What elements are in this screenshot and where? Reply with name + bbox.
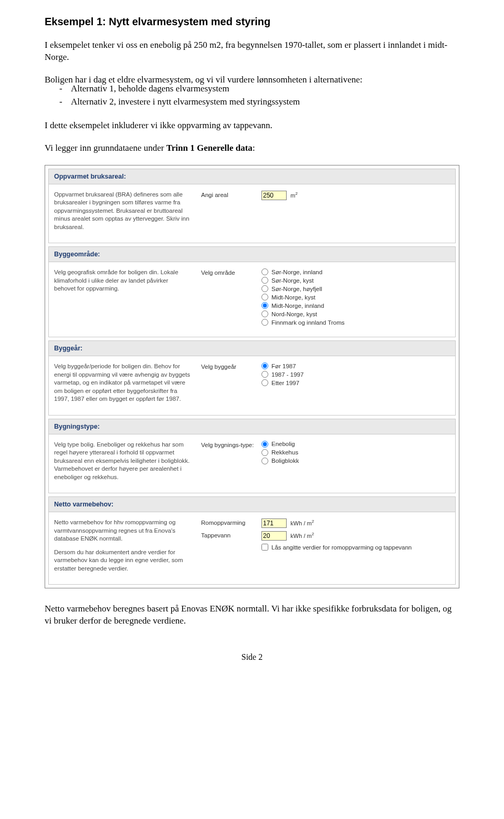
label-velg-bygningstype: Velg bygnings-type: xyxy=(201,441,261,448)
grunndata-paragraph: Vi legger inn grunndataene under Trinn 1… xyxy=(45,142,459,154)
label-tappevann: Tappevann xyxy=(201,531,261,538)
radio-label-text: Sør-Norge, kyst xyxy=(271,277,314,284)
section-head-bruksareal: Oppvarmet bruksareal: xyxy=(49,169,455,184)
radio-omrade[interactable] xyxy=(261,277,268,284)
radio-option[interactable]: Enebolig xyxy=(261,441,450,448)
note-paragraph: I dette eksempelet inkluderer vi ikke op… xyxy=(45,120,459,132)
page-title: Eksempel 1: Nytt elvarmesystem med styri… xyxy=(45,16,459,28)
desc-byggeomrade: Velg geografisk område for boligen din. … xyxy=(54,268,191,293)
input-areal[interactable] xyxy=(261,191,287,200)
radio-byggeaar[interactable] xyxy=(261,371,268,378)
section-head-bygningstype: Bygningstype: xyxy=(49,419,455,434)
label-angi-areal: Angi areal xyxy=(201,191,261,198)
radio-label-text: Midt-Norge, kyst xyxy=(271,294,316,300)
section-bruksareal: Oppvarmet bruksareal: Oppvarmet bruksare… xyxy=(48,169,456,244)
radio-option[interactable]: 1987 - 1997 xyxy=(261,371,450,378)
radio-option[interactable]: Midt-Norge, innland xyxy=(261,302,450,309)
desc-varmebehov-1: Netto varmebehov for hhv romoppvarming o… xyxy=(54,519,191,543)
radio-option[interactable]: Midt-Norge, kyst xyxy=(261,294,450,300)
unit-kwh-m2-2: kWh / m2 xyxy=(290,533,314,539)
section-bygningstype: Bygningstype: Velg type bolig. Enebolige… xyxy=(48,419,456,494)
unit-m2: m2 xyxy=(290,192,298,199)
radio-group-omrade: Sør-Norge, innlandSør-Norge, kystSør-Nor… xyxy=(261,268,450,327)
label-velg-byggeaar: Velg byggeår xyxy=(201,362,261,370)
radio-label-text: Midt-Norge, innland xyxy=(271,303,324,309)
radio-option[interactable]: Boligblokk xyxy=(261,458,450,464)
alternative-1: Alternativ 1, beholde dagens elvarmesyst… xyxy=(71,83,229,95)
radio-bygningstype[interactable] xyxy=(261,441,268,448)
radio-byggeaar[interactable] xyxy=(261,379,268,386)
radio-label-text: Før 1987 xyxy=(271,363,296,369)
section-head-byggeomrade: Byggeområde: xyxy=(49,247,455,262)
alternative-2: Alternativ 2, investere i nytt elvarmesy… xyxy=(71,96,300,108)
radio-option[interactable]: Sør-Norge, innland xyxy=(261,268,450,275)
radio-omrade[interactable] xyxy=(261,302,268,309)
radio-option[interactable]: Finnmark og innland Troms xyxy=(261,319,450,326)
desc-bruksareal: Oppvarmet bruksareal (BRA) defineres som… xyxy=(54,191,191,232)
radio-omrade[interactable] xyxy=(261,319,268,326)
radio-option[interactable]: Nord-Norge, kyst xyxy=(261,310,450,317)
radio-label-text: Finnmark og innland Troms xyxy=(271,319,344,326)
radio-option[interactable]: Før 1987 xyxy=(261,362,450,369)
radio-label-text: 1987 - 1997 xyxy=(271,371,303,378)
section-byggeaar: Byggeår: Velg byggeår/periode for bolige… xyxy=(48,340,456,416)
desc-varmebehov-2: Dersom du har dokumentert andre verdier … xyxy=(54,548,191,573)
radio-option[interactable]: Etter 1997 xyxy=(261,379,450,386)
radio-omrade[interactable] xyxy=(261,310,268,317)
input-romoppvarming[interactable] xyxy=(261,519,287,528)
desc-byggeaar: Velg byggeår/periode for boligen din. Be… xyxy=(54,362,191,403)
section-varmebehov: Netto varmebehov: Netto varmebehov for h… xyxy=(48,496,456,585)
radio-omrade[interactable] xyxy=(261,294,268,300)
radio-option[interactable]: Sør-Norge, høyfjell xyxy=(261,285,450,292)
lock-values-label[interactable]: Lås angitte verdier for romoppvarming og… xyxy=(261,544,450,551)
radio-label-text: Nord-Norge, kyst xyxy=(271,311,317,317)
input-tappevann[interactable] xyxy=(261,531,287,541)
radio-label-text: Rekkehus xyxy=(271,449,298,455)
radio-bygningstype[interactable] xyxy=(261,458,268,464)
intro-paragraph: I eksempelet tenker vi oss en enebolig p… xyxy=(45,39,459,64)
section-byggeomrade: Byggeområde: Velg geografisk område for … xyxy=(48,246,456,337)
radio-bygningstype[interactable] xyxy=(261,449,268,456)
radio-group-byggeaar: Før 19871987 - 1997Etter 1997 xyxy=(261,362,450,388)
label-velg-omrade: Velg område xyxy=(201,268,261,276)
radio-option[interactable]: Rekkehus xyxy=(261,449,450,456)
radio-byggeaar[interactable] xyxy=(261,362,268,369)
radio-label-text: Boligblokk xyxy=(271,458,299,464)
checkbox-lock-values[interactable] xyxy=(261,544,268,551)
section-head-byggeaar: Byggeår: xyxy=(49,341,455,356)
unit-kwh-m2-1: kWh / m2 xyxy=(290,520,314,526)
desc-bygningstype: Velg type bolig. Eneboliger og rekkehus … xyxy=(54,441,191,482)
radio-label-text: Sør-Norge, innland xyxy=(271,269,322,275)
form-container: Oppvarmet bruksareal: Oppvarmet bruksare… xyxy=(45,165,459,589)
radio-label-text: Enebolig xyxy=(271,441,295,447)
radio-group-bygningstype: EneboligRekkehusBoligblokk xyxy=(261,441,450,466)
radio-option[interactable]: Sør-Norge, kyst xyxy=(261,277,450,284)
label-romoppvarming: Romoppvarming xyxy=(201,519,261,526)
page-footer: Side 2 xyxy=(45,652,459,662)
alternatives-list: -Alternativ 1, beholde dagens elvarmesys… xyxy=(59,83,459,108)
lock-values-text: Lås angitte verdier for romoppvarming og… xyxy=(271,544,412,551)
section-head-varmebehov: Netto varmebehov: xyxy=(49,497,455,512)
radio-omrade[interactable] xyxy=(261,285,268,292)
radio-label-text: Etter 1997 xyxy=(271,380,299,386)
radio-label-text: Sør-Norge, høyfjell xyxy=(271,286,322,292)
radio-omrade[interactable] xyxy=(261,268,268,275)
below-form-paragraph: Netto varmebehov beregnes basert på Enov… xyxy=(45,603,459,627)
